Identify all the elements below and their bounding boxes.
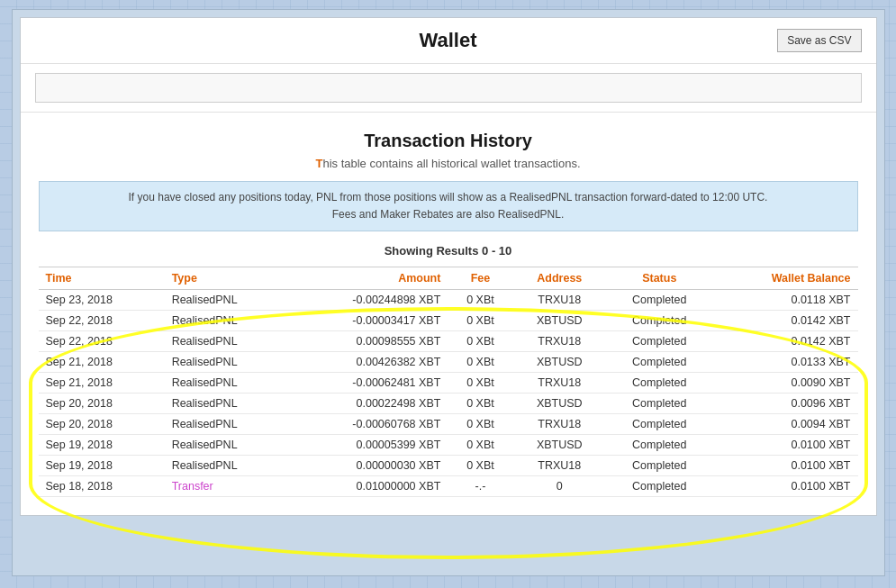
cell-address: TRXU18: [513, 414, 606, 435]
cell-balance: 0.0090 XBT: [713, 373, 858, 394]
cell-fee: 0 XBt: [448, 311, 512, 331]
cell-fee: 0 XBt: [448, 414, 512, 435]
cell-time: Sep 21, 2018: [39, 352, 165, 373]
header: Wallet Save as CSV: [21, 18, 876, 64]
cell-address: 0: [513, 476, 606, 497]
save-csv-button[interactable]: Save as CSV: [777, 29, 861, 52]
col-status: Status: [606, 267, 713, 290]
cell-status: Completed: [606, 394, 713, 414]
col-fee: Fee: [448, 267, 512, 290]
cell-address: TRXU18: [513, 331, 606, 352]
cell-balance: 0.0118 XBT: [713, 290, 858, 311]
cell-balance: 0.0100 XBT: [713, 456, 858, 476]
cell-type: RealisedPNL: [165, 456, 289, 476]
table-row: Sep 21, 2018 RealisedPNL -0.00062481 XBT…: [39, 373, 858, 394]
table-row: Sep 21, 2018 RealisedPNL 0.00426382 XBT …: [39, 352, 858, 373]
cell-balance: 0.0142 XBT: [713, 331, 858, 352]
cell-fee: -.-: [448, 476, 512, 497]
cell-fee: 0 XBt: [448, 456, 512, 476]
cell-balance: 0.0142 XBT: [713, 311, 858, 331]
col-address: Address: [513, 267, 606, 290]
cell-status: Completed: [606, 476, 713, 497]
cell-status: Completed: [606, 414, 713, 435]
cell-address: XBTUSD: [513, 394, 606, 414]
cell-time: Sep 22, 2018: [39, 311, 165, 331]
cell-fee: 0 XBt: [448, 290, 512, 311]
cell-amount: 0.00000030 XBT: [289, 456, 448, 476]
cell-amount: 0.00022498 XBT: [289, 394, 448, 414]
cell-balance: 0.0096 XBT: [713, 394, 858, 414]
cell-time: Sep 19, 2018: [39, 435, 165, 456]
info-line1: If you have closed any positions today, …: [54, 189, 843, 206]
col-type: Type: [165, 267, 289, 290]
cell-time: Sep 22, 2018: [39, 331, 165, 352]
table-row: Sep 20, 2018 RealisedPNL 0.00022498 XBT …: [39, 394, 858, 414]
cell-address: XBTUSD: [513, 435, 606, 456]
table-header-row: Time Type Amount Fee Address Status Wall…: [39, 267, 858, 290]
info-line2: Fees and Maker Rebates are also Realised…: [54, 206, 843, 223]
col-balance: Wallet Balance: [713, 267, 858, 290]
cell-address: TRXU18: [513, 373, 606, 394]
cell-status: Completed: [606, 331, 713, 352]
cell-address: XBTUSD: [513, 311, 606, 331]
cell-amount: 0.00098555 XBT: [289, 331, 448, 352]
search-input[interactable]: [35, 73, 862, 103]
cell-type: RealisedPNL: [165, 435, 289, 456]
cell-time: Sep 21, 2018: [39, 373, 165, 394]
cell-balance: 0.0100 XBT: [713, 476, 858, 497]
cell-amount: -0.00060768 XBT: [289, 414, 448, 435]
cell-type: RealisedPNL: [165, 290, 289, 311]
cell-address: TRXU18: [513, 290, 606, 311]
cell-status: Completed: [606, 290, 713, 311]
cell-status: Completed: [606, 373, 713, 394]
cell-time: Sep 19, 2018: [39, 456, 165, 476]
cell-amount: 0.00005399 XBT: [289, 435, 448, 456]
cell-status: Completed: [606, 311, 713, 331]
table-row: Sep 23, 2018 RealisedPNL -0.00244898 XBT…: [39, 290, 858, 311]
section-subtitle: This table contains all historical walle…: [39, 157, 858, 170]
page-title: Wallet: [420, 29, 477, 52]
cell-amount: -0.00244898 XBT: [289, 290, 448, 311]
cell-balance: 0.0094 XBT: [713, 414, 858, 435]
table-row: Sep 22, 2018 RealisedPNL -0.00003417 XBT…: [39, 311, 858, 331]
cell-time: Sep 23, 2018: [39, 290, 165, 311]
cell-time: Sep 20, 2018: [39, 414, 165, 435]
cell-fee: 0 XBt: [448, 394, 512, 414]
cell-fee: 0 XBt: [448, 331, 512, 352]
cell-fee: 0 XBt: [448, 373, 512, 394]
cell-balance: 0.0100 XBT: [713, 435, 858, 456]
cell-amount: 0.00426382 XBT: [289, 352, 448, 373]
search-area: [21, 64, 876, 113]
cell-status: Completed: [606, 435, 713, 456]
table-row: Sep 19, 2018 RealisedPNL 0.00005399 XBT …: [39, 435, 858, 456]
cell-time: Sep 18, 2018: [39, 476, 165, 497]
transaction-section: Transaction History This table contains …: [21, 113, 876, 515]
subtitle-rest: his table contains all historical wallet…: [322, 157, 580, 170]
cell-address: XBTUSD: [513, 352, 606, 373]
cell-type: RealisedPNL: [165, 331, 289, 352]
col-time: Time: [39, 267, 165, 290]
col-amount: Amount: [289, 267, 448, 290]
cell-status: Completed: [606, 456, 713, 476]
cell-type: RealisedPNL: [165, 414, 289, 435]
outer-container: Wallet Save as CSV Transaction History T…: [12, 9, 885, 576]
cell-status: Completed: [606, 352, 713, 373]
cell-type: RealisedPNL: [165, 311, 289, 331]
cell-amount: -0.00003417 XBT: [289, 311, 448, 331]
table-row: Sep 22, 2018 RealisedPNL 0.00098555 XBT …: [39, 331, 858, 352]
table-row: Sep 20, 2018 RealisedPNL -0.00060768 XBT…: [39, 414, 858, 435]
cell-amount: -0.00062481 XBT: [289, 373, 448, 394]
transactions-table: Time Type Amount Fee Address Status Wall…: [39, 267, 858, 497]
showing-results: Showing Results 0 - 10: [39, 244, 858, 258]
cell-type: RealisedPNL: [165, 394, 289, 414]
cell-balance: 0.0133 XBT: [713, 352, 858, 373]
cell-type: Transfer: [165, 476, 289, 497]
cell-type: RealisedPNL: [165, 373, 289, 394]
info-box: If you have closed any positions today, …: [39, 181, 858, 231]
table-row: Sep 19, 2018 RealisedPNL 0.00000030 XBT …: [39, 456, 858, 476]
cell-fee: 0 XBt: [448, 435, 512, 456]
cell-type: RealisedPNL: [165, 352, 289, 373]
cell-address: TRXU18: [513, 456, 606, 476]
section-title: Transaction History: [39, 131, 858, 151]
cell-time: Sep 20, 2018: [39, 394, 165, 414]
